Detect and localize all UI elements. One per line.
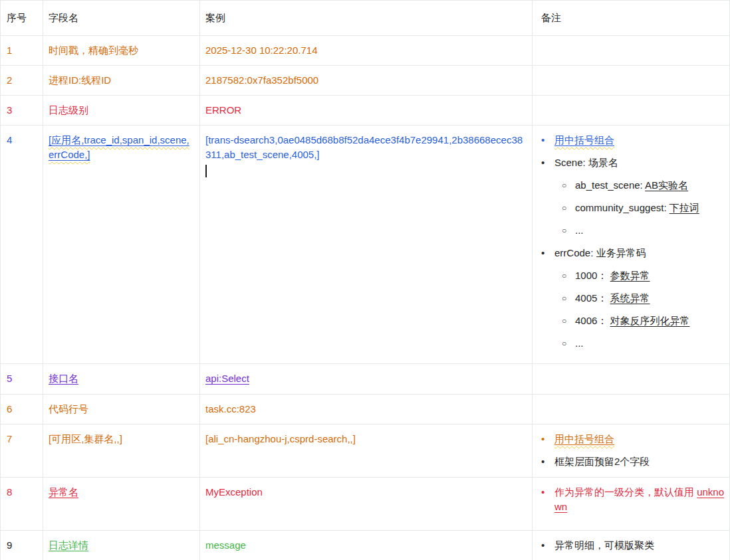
circle-bullet-icon: ○ — [562, 268, 575, 283]
cell-note[interactable] — [533, 66, 729, 95]
cell-note[interactable] — [533, 96, 729, 125]
circle-bullet-icon: ○ — [562, 201, 575, 215]
note-item: • 框架层面预留2个字段 — [541, 454, 725, 469]
note-text: 作为异常的一级分类，默认值用 — [554, 486, 697, 498]
cell-note[interactable] — [533, 36, 729, 65]
cell-field[interactable]: [可用区,集群名,,] — [43, 424, 200, 477]
table-row: 2 进程ID:线程ID 2187582:0x7fa352bf5000 — [1, 66, 729, 96]
cell-note[interactable]: • 用中括号组合 • Scene: 场景名 ○ ab_test_scene: A… — [533, 126, 729, 363]
circle-bullet-icon: ○ — [562, 178, 575, 193]
note-text: ... — [575, 223, 725, 238]
note-text-underlined: 下拉词 — [669, 202, 699, 213]
cell-example[interactable]: 2025-12-30 10:22:20.714 — [200, 36, 533, 65]
spellcheck-squiggle: 用中括号组合 — [554, 433, 614, 444]
cell-no[interactable]: 3 — [1, 96, 43, 125]
cell-example[interactable]: api:Select — [200, 364, 533, 394]
note-item: ○ 4006： 对象反序列化异常 — [541, 314, 725, 328]
note-link[interactable]: 用中括号组合 — [554, 134, 614, 145]
cell-no[interactable]: 8 — [1, 478, 43, 530]
note-item: • 作为异常的一级分类，默认值用 unknown — [541, 485, 725, 514]
note-text: 4006： — [575, 315, 610, 326]
cell-note[interactable]: • 异常明细，可模版聚类 — [533, 531, 729, 560]
circle-bullet-icon: ○ — [562, 223, 575, 238]
cell-field[interactable]: 日志级别 — [43, 96, 200, 125]
field-name: 异常名 — [49, 486, 78, 498]
cell-note[interactable] — [533, 364, 729, 394]
example-value: task.cc:823 — [205, 403, 256, 415]
cell-no[interactable]: 6 — [1, 395, 43, 424]
circle-bullet-icon: ○ — [562, 314, 575, 328]
note-text: community_suggest: — [575, 202, 669, 213]
header-col-field[interactable]: 字段名 — [43, 1, 200, 35]
cell-example[interactable]: [ali_cn-hangzhou-j,csprd-search,,] — [200, 424, 533, 477]
bullet-icon: • — [541, 538, 554, 553]
bullet-icon: • — [541, 432, 554, 446]
bullet-icon: • — [541, 133, 554, 147]
note-text: ab_test_scene: — [575, 179, 645, 191]
cell-example[interactable]: 2187582:0x7fa352bf5000 — [200, 66, 533, 95]
header-col-note[interactable]: 备注 — [533, 1, 729, 35]
cell-example[interactable]: MyException — [200, 478, 533, 530]
example-value: [trans-dsearch3,0ae0485d68b8f52da4ece3f4… — [205, 134, 523, 160]
cell-note[interactable] — [533, 395, 729, 424]
field-name: 接口名 — [49, 373, 78, 384]
field-name: 日志级别 — [49, 104, 88, 116]
field-table: 序号 字段名 案例 备注 1 时间戳，精确到毫秒 2025-12-30 10:2… — [0, 0, 730, 560]
example-value: 2025-12-30 10:22:20.714 — [205, 45, 317, 56]
field-name: 代码行号 — [49, 403, 88, 415]
cell-field[interactable]: 日志详情 — [43, 531, 200, 560]
cell-no[interactable]: 5 — [1, 364, 43, 394]
spellcheck-squiggle: [应用名,trace_id,span_id,scene,errCode,] — [49, 134, 189, 160]
cell-field[interactable]: 进程ID:线程ID — [43, 66, 200, 95]
text-cursor — [205, 165, 207, 177]
cell-no[interactable]: 7 — [1, 424, 43, 477]
field-name: 进程ID:线程ID — [49, 74, 111, 86]
cell-example[interactable]: ERROR — [200, 96, 533, 125]
cell-no[interactable]: 2 — [1, 66, 43, 95]
row-number: 5 — [7, 373, 12, 384]
cell-no[interactable]: 4 — [1, 126, 43, 363]
row-number: 6 — [7, 403, 12, 415]
table-row: 8 异常名 MyException • 作为异常的一级分类，默认值用 unkno… — [1, 478, 729, 531]
table-row: 4 [应用名,trace_id,span_id,scene,errCode,] … — [1, 126, 729, 364]
table-row: 3 日志级别 ERROR — [1, 96, 729, 126]
note-text: 异常明细，可模版聚类 — [554, 538, 725, 553]
note-item: • 用中括号组合 — [541, 432, 725, 446]
cell-field[interactable]: [应用名,trace_id,span_id,scene,errCode,] — [43, 126, 200, 363]
cell-field[interactable]: 代码行号 — [43, 395, 200, 424]
table-row: 6 代码行号 task.cc:823 — [1, 395, 729, 424]
header-col-example[interactable]: 案例 — [200, 1, 533, 35]
circle-bullet-icon: ○ — [562, 336, 575, 351]
header-col-no-label: 序号 — [7, 12, 27, 23]
cell-example[interactable]: message — [200, 531, 533, 560]
cell-field[interactable]: 异常名 — [43, 478, 200, 530]
cell-example[interactable]: task.cc:823 — [200, 395, 533, 424]
cell-field[interactable]: 接口名 — [43, 364, 200, 394]
table-row: 1 时间戳，精确到毫秒 2025-12-30 10:22:20.714 — [1, 36, 729, 66]
note-item: • 异常明细，可模版聚类 — [541, 538, 725, 553]
note-text-underlined: 系统异常 — [610, 292, 650, 304]
row-number: 9 — [7, 539, 12, 551]
cell-note[interactable]: • 用中括号组合 • 框架层面预留2个字段 — [533, 424, 729, 477]
field-name: [应用名,trace_id,span_id,scene,errCode,] — [49, 134, 189, 160]
cell-no[interactable]: 1 — [1, 36, 43, 65]
row-number: 1 — [7, 45, 12, 56]
circle-bullet-icon: ○ — [562, 291, 575, 306]
note-link[interactable]: 用中括号组合 — [554, 433, 614, 444]
cell-example[interactable]: [trans-dsearch3,0ae0485d68b8f52da4ece3f4… — [200, 126, 533, 363]
example-value: [ali_cn-hangzhou-j,csprd-search,,] — [205, 433, 356, 444]
note-item: ○ community_suggest: 下拉词 — [541, 201, 725, 215]
note-item: ○ ... — [541, 223, 725, 238]
note-text-underlined: 参数异常 — [610, 270, 650, 281]
field-name: [可用区,集群名,,] — [49, 433, 122, 444]
note-item: ○ ... — [541, 336, 725, 351]
table-row: 9 日志详情 message • 异常明细，可模版聚类 — [1, 531, 729, 560]
header-col-no[interactable]: 序号 — [1, 1, 43, 35]
example-value: ERROR — [205, 104, 241, 116]
example-value: api:Select — [205, 373, 249, 384]
cell-note[interactable]: • 作为异常的一级分类，默认值用 unknown — [533, 478, 729, 530]
cell-no[interactable]: 9 — [1, 531, 43, 560]
note-item: ○ 1000： 参数异常 — [541, 268, 725, 283]
row-number: 4 — [7, 134, 12, 145]
cell-field[interactable]: 时间戳，精确到毫秒 — [43, 36, 200, 65]
